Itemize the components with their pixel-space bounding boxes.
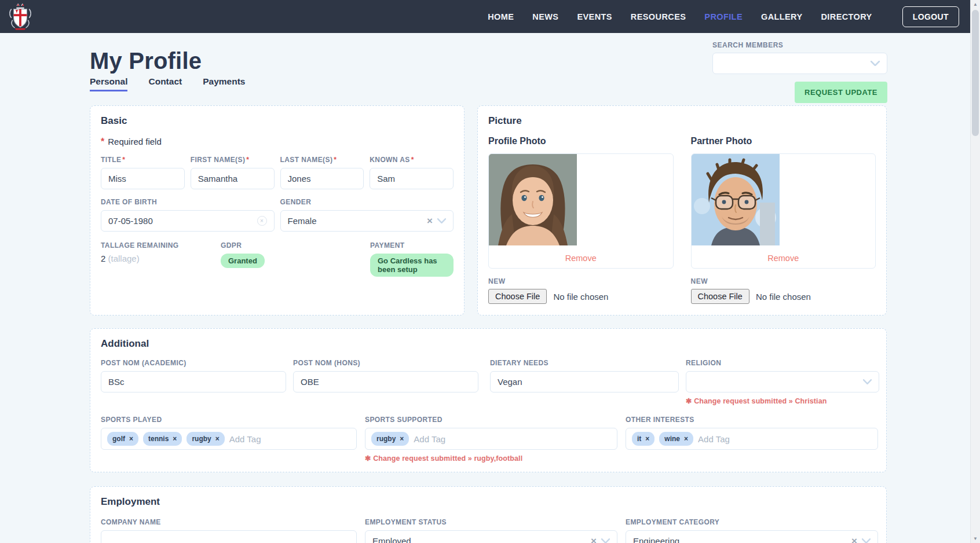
sports-supported-tagbox[interactable]: rugby× <box>365 428 617 450</box>
tag-tennis[interactable]: tennis× <box>143 432 182 446</box>
gdpr-status-badge: Granted <box>221 254 265 268</box>
tallage-remaining-value: 2 (tallage) <box>101 254 140 263</box>
profile-photo-label: Profile Photo <box>488 136 546 146</box>
scrollbar-up-arrow-icon[interactable]: ▲ <box>971 2 980 7</box>
picture-card: Picture Profile Photo <box>477 105 887 315</box>
sports-played-add-tag-input[interactable] <box>229 434 350 444</box>
search-members-select[interactable] <box>712 53 887 74</box>
tab-personal[interactable]: Personal <box>90 76 127 91</box>
partner-new-label: NEW <box>691 277 876 285</box>
tag-golf[interactable]: golf× <box>107 432 138 446</box>
nav-events[interactable]: EVENTS <box>577 12 612 21</box>
employment-category-value: Engineering <box>633 536 679 543</box>
chevron-down-icon <box>437 218 446 223</box>
sports-supported-label: SPORTS SUPPORTED <box>365 416 617 424</box>
profile-tabs: Personal Contact Payments <box>90 76 245 91</box>
scrollbar-thumb[interactable] <box>972 10 979 136</box>
nav-home[interactable]: HOME <box>488 12 514 21</box>
employment-category-select[interactable]: Engineering × <box>626 530 878 543</box>
nav-links: HOME NEWS EVENTS RESOURCES PROFILE GALLE… <box>488 6 959 27</box>
clear-icon[interactable]: × <box>850 535 858 543</box>
post-nom-hons-field[interactable] <box>293 371 478 392</box>
first-names-field[interactable] <box>191 168 275 189</box>
partner-choose-file-button[interactable]: Choose File <box>691 289 749 304</box>
religion-select[interactable] <box>686 371 879 392</box>
required-asterisk: * <box>101 137 104 146</box>
nav-directory[interactable]: DIRECTORY <box>821 12 872 21</box>
last-names-field[interactable] <box>280 168 364 189</box>
page-scrollbar[interactable]: ▲ ▼ <box>970 0 980 543</box>
employment-card: Employment COMPANY NAME ✱ Change request… <box>90 486 887 543</box>
company-name-field[interactable] <box>101 530 357 543</box>
employment-heading: Employment <box>101 496 876 508</box>
additional-heading: Additional <box>101 338 876 350</box>
profile-file-status: No file chosen <box>553 292 608 302</box>
chevron-down-icon <box>601 538 610 543</box>
sports-supported-change-note: ✱ Change request submitted » rugby,footb… <box>365 454 617 463</box>
profile-photo-remove-link[interactable]: Remove <box>489 254 673 263</box>
basic-card: Basic *Required field TITLE* FIRST NAME(… <box>90 105 465 315</box>
tag-wine[interactable]: wine× <box>659 432 693 446</box>
employment-status-select[interactable]: Employed × <box>365 530 617 543</box>
gender-label: GENDER <box>280 198 454 206</box>
dob-field[interactable]: 07-05-1980 × <box>101 210 275 232</box>
gender-select[interactable]: Female × <box>280 210 454 232</box>
sports-played-tagbox[interactable]: golf× tennis× rugby× <box>101 428 357 450</box>
profile-photo-box: Remove <box>488 153 674 269</box>
request-update-button[interactable]: REQUEST UPDATE <box>795 82 887 103</box>
main-content: My Profile Personal Contact Payments SEA… <box>0 33 980 543</box>
tag-remove-icon[interactable]: × <box>173 435 177 443</box>
partner-photo-remove-link[interactable]: Remove <box>692 254 876 263</box>
scrollbar-down-arrow-icon[interactable]: ▼ <box>971 536 980 541</box>
partner-photo-label: Partner Photo <box>691 136 752 146</box>
dob-clear-icon[interactable]: × <box>257 216 267 226</box>
post-nom-academic-field[interactable] <box>101 371 286 392</box>
nav-profile[interactable]: PROFILE <box>704 12 743 21</box>
tag-remove-icon[interactable]: × <box>215 435 220 443</box>
post-nom-academic-label: POST NOM (ACADEMIC) <box>101 359 286 367</box>
title-field[interactable] <box>101 168 185 189</box>
nav-resources[interactable]: RESOURCES <box>631 12 686 21</box>
clear-icon[interactable]: × <box>426 215 434 227</box>
tag-rugby[interactable]: rugby× <box>187 432 224 446</box>
tab-payments[interactable]: Payments <box>203 76 245 91</box>
employment-category-label: EMPLOYMENT CATEGORY <box>626 518 878 526</box>
partner-photo-image <box>692 154 780 245</box>
other-interests-tagbox[interactable]: it× wine× <box>626 428 878 450</box>
required-asterisk: * <box>122 156 125 164</box>
city-crest-logo-icon[interactable] <box>8 3 34 31</box>
known-as-field[interactable] <box>370 168 454 189</box>
tag-remove-icon[interactable]: × <box>129 435 133 443</box>
tallage-remaining-label: TALLAGE REMAINING <box>101 241 221 250</box>
profile-photo-image <box>489 154 577 245</box>
tag-rugby[interactable]: rugby× <box>371 432 409 446</box>
tab-contact[interactable]: Contact <box>148 76 182 91</box>
profile-file-input: Choose File No file chosen <box>488 289 674 304</box>
required-asterisk: * <box>334 156 337 164</box>
partner-file-status: No file chosen <box>756 292 811 302</box>
partner-file-input: Choose File No file chosen <box>691 289 876 304</box>
logout-button[interactable]: LOGOUT <box>902 6 959 27</box>
tag-remove-icon[interactable]: × <box>684 435 688 443</box>
dietary-needs-field[interactable] <box>490 371 679 392</box>
tag-remove-icon[interactable]: × <box>645 435 649 443</box>
gdpr-label: GDPR <box>221 241 370 250</box>
payment-label: PAYMENT <box>370 241 454 250</box>
nav-news[interactable]: NEWS <box>532 12 558 21</box>
dietary-needs-label: DIETARY NEEDS <box>490 359 679 367</box>
company-name-label: COMPANY NAME <box>101 518 357 526</box>
sports-supported-add-tag-input[interactable] <box>414 434 611 444</box>
title-label: TITLE* <box>101 156 185 164</box>
other-interests-add-tag-input[interactable] <box>698 434 872 444</box>
religion-label: RELIGION <box>686 359 879 367</box>
nav-gallery[interactable]: GALLERY <box>761 12 803 21</box>
partner-photo-box: Remove <box>691 153 876 269</box>
payment-status-badge: Go Cardless has been setup <box>370 254 454 277</box>
profile-choose-file-button[interactable]: Choose File <box>488 289 547 304</box>
tag-remove-icon[interactable]: × <box>400 435 404 443</box>
clear-icon[interactable]: × <box>590 535 598 543</box>
tag-it[interactable]: it× <box>632 432 654 446</box>
required-asterisk: * <box>411 156 414 164</box>
profile-new-label: NEW <box>488 277 674 285</box>
sports-played-label: SPORTS PLAYED <box>101 416 357 424</box>
